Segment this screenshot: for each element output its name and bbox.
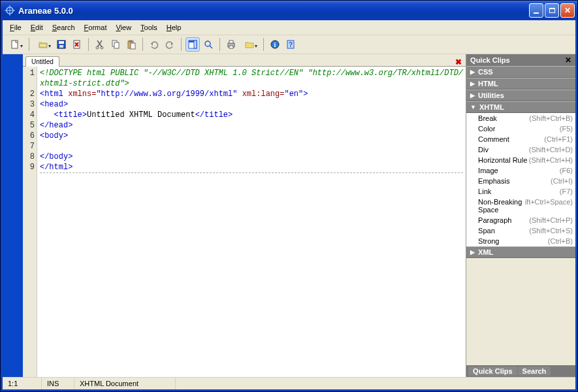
menu-view[interactable]: View: [112, 22, 135, 33]
app-title: Araneae 5.0.0: [18, 6, 529, 16]
menu-edit[interactable]: Edit: [27, 22, 47, 33]
svg-rect-3: [12, 41, 18, 48]
chevron-right-icon: ▶: [470, 249, 475, 255]
code-editor[interactable]: 123456789 <!DOCTYPE html PUBLIC "-//W3C/…: [23, 67, 466, 377]
minimize-button[interactable]: [529, 3, 543, 18]
sidebar-close-icon[interactable]: ✕: [565, 56, 571, 65]
sidebar-title: Quick Clips ✕: [466, 54, 575, 66]
save-button[interactable]: [54, 37, 69, 52]
clip-item[interactable]: Break(Shift+Ctrl+B): [466, 113, 575, 123]
status-bar: 1:1 INS XHTML Document: [3, 377, 575, 389]
clip-item[interactable]: Div(Shift+Ctrl+D): [466, 144, 575, 155]
menu-bar: FileEditSearchFormatViewToolsHelp: [3, 20, 575, 35]
svg-rect-26: [229, 46, 233, 48]
menu-help[interactable]: Help: [163, 22, 185, 33]
chevron-right-icon: ▶: [470, 80, 475, 87]
clip-item[interactable]: Non-Breaking Spaceift+Ctrl+Space): [466, 197, 575, 215]
svg-rect-21: [194, 41, 197, 48]
left-gutter: [3, 54, 23, 377]
toolbar-separator: [219, 38, 220, 51]
sidebar-section-xml[interactable]: ▶XML: [466, 246, 575, 258]
open-button[interactable]: [33, 37, 53, 52]
svg-line-23: [210, 46, 212, 48]
chevron-down-icon: ▼: [470, 104, 476, 110]
toolbar-separator: [142, 38, 143, 51]
redo-button[interactable]: [163, 37, 177, 52]
line-numbers: 123456789: [23, 67, 37, 377]
clip-item[interactable]: Color(F5): [466, 123, 575, 134]
sidebar-tab-search[interactable]: Search: [518, 367, 551, 376]
close-button[interactable]: ✕: [560, 3, 575, 18]
svg-rect-15: [114, 42, 119, 48]
sidebar: Quick Clips ✕ ▶CSS▶HTML▶Utilities▼XHTMLB…: [466, 54, 575, 377]
close-file-button[interactable]: [70, 37, 84, 52]
sidebar-section-html[interactable]: ▶HTML: [466, 78, 575, 90]
new-button[interactable]: [5, 37, 25, 52]
svg-text:?: ?: [289, 41, 293, 48]
sidebar-bottom-tabs: Quick ClipsSearch: [466, 365, 575, 377]
chevron-right-icon: ▶: [470, 92, 475, 99]
title-bar: Araneae 5.0.0 ✕: [1, 1, 577, 20]
svg-rect-25: [229, 41, 233, 43]
toggle-view-button[interactable]: [185, 37, 200, 52]
menu-file[interactable]: File: [6, 22, 25, 33]
sidebar-section-utilities[interactable]: ▶Utilities: [466, 90, 575, 101]
svg-rect-18: [131, 43, 135, 49]
svg-rect-5: [59, 41, 64, 44]
menu-format[interactable]: Format: [80, 22, 111, 33]
toolbar-separator: [88, 38, 89, 51]
paste-button[interactable]: [124, 37, 138, 52]
code-text[interactable]: <!DOCTYPE html PUBLIC "-//W3C//DTD XHTML…: [37, 67, 466, 377]
status-position: 1:1: [3, 378, 42, 389]
app-icon: [5, 5, 15, 16]
help-button[interactable]: ?: [283, 37, 298, 52]
clip-item[interactable]: Horizontal Rule(Shift+Ctrl+H): [466, 155, 575, 165]
clip-item[interactable]: Paragraph(Shift+Ctrl+P): [466, 215, 575, 225]
svg-text:i: i: [274, 41, 276, 48]
clip-item[interactable]: Span(Shift+Ctrl+S): [466, 225, 575, 236]
editor-tab[interactable]: Untitled: [25, 56, 59, 67]
clip-item[interactable]: Image(F6): [466, 165, 575, 176]
copy-button[interactable]: [108, 37, 123, 52]
print-button[interactable]: [224, 37, 238, 52]
svg-point-22: [205, 41, 210, 46]
window-buttons: ✕: [529, 3, 575, 18]
preview-button[interactable]: [240, 37, 259, 52]
svg-rect-17: [129, 41, 132, 42]
menu-tools[interactable]: Tools: [136, 22, 161, 33]
sidebar-section-css[interactable]: ▶CSS: [466, 66, 575, 78]
info-button[interactable]: i: [268, 37, 282, 52]
search-button[interactable]: [201, 37, 216, 52]
clip-item[interactable]: Strong(Ctrl+B): [466, 236, 575, 246]
cut-button[interactable]: [93, 37, 107, 52]
maximize-button[interactable]: [545, 3, 559, 18]
editor-pane: Untitled ✖ 123456789 <!DOCTYPE html PUBL…: [23, 54, 466, 377]
toolbar-separator: [29, 38, 29, 51]
chevron-right-icon: ▶: [470, 69, 475, 75]
clip-item[interactable]: Comment(Ctrl+F1): [466, 134, 575, 144]
status-mode: INS: [42, 378, 74, 389]
clip-item[interactable]: Link(F7): [466, 186, 575, 197]
sidebar-section-xhtml[interactable]: ▼XHTML: [466, 101, 575, 113]
menu-search[interactable]: Search: [48, 22, 79, 33]
sidebar-tab-quick-clips[interactable]: Quick Clips: [468, 367, 517, 376]
toolbar: i ?: [3, 35, 575, 54]
svg-rect-6: [59, 45, 63, 48]
status-doc-type: XHTML Document: [74, 378, 176, 389]
close-tab-icon[interactable]: ✖: [454, 58, 463, 66]
clip-item[interactable]: Emphasis(Ctrl+I): [466, 176, 575, 186]
toolbar-separator: [181, 38, 182, 51]
undo-button[interactable]: [147, 37, 161, 52]
tab-strip: Untitled ✖: [23, 54, 466, 67]
toolbar-separator: [263, 38, 264, 51]
